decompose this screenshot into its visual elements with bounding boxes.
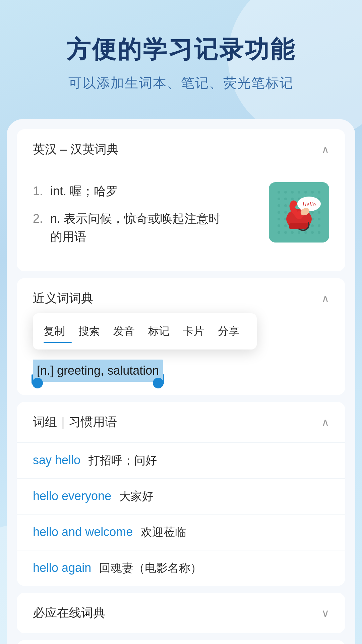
- definition-item-2: 2. n. 表示问候，惊奇或唤起注意时的用语: [33, 210, 261, 246]
- phrase-cn-2: 大家好: [119, 489, 154, 504]
- phrase-item-2[interactable]: hello everyone 大家好: [17, 479, 345, 515]
- context-menu: 复制 搜索 发音 标记 卡片 分享: [33, 313, 257, 350]
- svg-point-8: [278, 198, 280, 200]
- phrases-section-title: 词组｜习惯用语: [33, 414, 117, 430]
- svg-point-1: [278, 191, 280, 194]
- phrase-item-3[interactable]: hello and welcome 欢迎莅临: [17, 515, 345, 550]
- phrase-en-2: hello everyone: [33, 489, 111, 503]
- svg-text:Hello: Hello: [302, 201, 316, 208]
- svg-point-41: [311, 224, 314, 227]
- synonym-chevron-up-icon: ∧: [321, 292, 329, 305]
- context-menu-copy[interactable]: 复制: [44, 321, 72, 341]
- def-num-1: 1.: [33, 182, 46, 200]
- svg-point-4: [298, 191, 300, 194]
- context-menu-share[interactable]: 分享: [211, 321, 246, 341]
- synonym-section-title: 近义词词典: [33, 290, 93, 307]
- svg-point-9: [284, 198, 287, 200]
- phrase-en-4: hello again: [33, 561, 91, 575]
- main-card: 英汉 – 汉英词典 ∧ 1. int. 喔；哈罗 2. n. 表示问候，惊奇或唤…: [7, 119, 355, 644]
- examples-section: 常用例句库 ∨: [17, 640, 345, 644]
- svg-point-5: [304, 191, 307, 194]
- phrases-chevron-up-icon: ∧: [321, 416, 329, 429]
- phrase-cn-3: 欢迎莅临: [141, 525, 186, 540]
- bing-dict-title: 必应在线词典: [33, 605, 105, 621]
- context-menu-card[interactable]: 卡片: [176, 321, 211, 341]
- svg-point-15: [278, 204, 280, 207]
- phrase-cn-4: 回魂妻（电影名称）: [99, 560, 202, 576]
- def-text-2: n. 表示问候，惊奇或唤起注意时的用语: [50, 210, 261, 246]
- svg-point-22: [278, 211, 280, 214]
- text-selection-area: [n.] greeting, salutation: [17, 356, 345, 395]
- svg-point-44: [284, 231, 287, 234]
- svg-point-49: [318, 231, 320, 234]
- definition-text: 1. int. 喔；哈罗 2. n. 表示问候，惊奇或唤起注意时的用语: [33, 182, 261, 255]
- svg-point-42: [318, 224, 320, 227]
- svg-rect-51: [289, 223, 309, 229]
- definition-content: 1. int. 喔；哈罗 2. n. 表示问候，惊奇或唤起注意时的用语: [17, 170, 345, 271]
- hello-illustration: Hello: [269, 182, 329, 243]
- bing-dict-section: 必应在线词典 ∨: [17, 593, 345, 633]
- phrases-section: 词组｜习惯用语 ∧ say hello 打招呼；问好 hello everyon…: [17, 402, 345, 586]
- phrase-cn-1: 打招呼；问好: [88, 453, 157, 468]
- svg-point-47: [304, 231, 307, 234]
- bing-dict-header[interactable]: 必应在线词典 ∨: [17, 593, 345, 633]
- context-menu-search[interactable]: 搜索: [72, 321, 107, 341]
- selection-handle-right: [153, 378, 164, 388]
- svg-point-23: [284, 211, 287, 214]
- svg-point-7: [318, 191, 320, 194]
- svg-point-48: [311, 231, 314, 234]
- def-num-2: 2.: [33, 210, 46, 228]
- selection-container: [n.] greeting, salutation: [33, 360, 163, 382]
- definition-item-1: 1. int. 喔；哈罗: [33, 182, 261, 200]
- svg-point-37: [284, 224, 287, 227]
- svg-point-10: [291, 198, 294, 200]
- page-wrapper: 方便的学习记录功能 可以添加生词本、笔记、荧光笔标记 英汉 – 汉英词典 ∧ 1…: [0, 0, 362, 644]
- selected-text: [n.] greeting, salutation: [33, 360, 163, 382]
- svg-point-16: [284, 204, 287, 207]
- dict-section-header[interactable]: 英汉 – 汉英词典 ∧: [17, 129, 345, 170]
- selection-handle-left: [32, 378, 43, 388]
- synonym-section-header[interactable]: 近义词词典 ∧: [17, 278, 345, 313]
- svg-point-3: [291, 191, 294, 194]
- svg-point-46: [298, 231, 300, 234]
- phrase-en-1: say hello: [33, 453, 80, 467]
- svg-point-2: [284, 191, 287, 194]
- svg-point-27: [311, 211, 314, 214]
- phrase-en-3: hello and welcome: [33, 525, 133, 539]
- synonym-section: 近义词词典 ∧ 复制 搜索 发音 标记 卡片 分享 [n.] greeting,…: [17, 278, 345, 395]
- dict-section: 英汉 – 汉英词典 ∧ 1. int. 喔；哈罗 2. n. 表示问候，惊奇或唤…: [17, 129, 345, 271]
- dict-section-title: 英汉 – 汉英词典: [33, 141, 119, 158]
- svg-point-35: [318, 218, 320, 220]
- dict-chevron-up-icon: ∧: [321, 143, 329, 156]
- svg-point-36: [278, 224, 280, 227]
- svg-point-43: [278, 231, 280, 234]
- context-menu-pronounce[interactable]: 发音: [107, 321, 141, 341]
- svg-point-29: [278, 218, 280, 220]
- header-section: 方便的学习记录功能 可以添加生词本、笔记、荧光笔标记: [0, 0, 362, 112]
- svg-point-28: [318, 211, 320, 214]
- phrase-item-1[interactable]: say hello 打招呼；问好: [17, 443, 345, 479]
- context-menu-mark[interactable]: 标记: [141, 321, 176, 341]
- def-text-1: int. 喔；哈罗: [50, 182, 261, 200]
- phrases-section-header[interactable]: 词组｜习惯用语 ∧: [17, 402, 345, 443]
- svg-point-45: [291, 231, 294, 234]
- phrase-item-4[interactable]: hello again 回魂妻（电影名称）: [17, 550, 345, 586]
- bing-dict-chevron-down-icon: ∨: [321, 607, 329, 620]
- page-subtitle: 可以添加生词本、笔记、荧光笔标记: [27, 74, 335, 92]
- examples-header[interactable]: 常用例句库 ∨: [17, 640, 345, 644]
- svg-point-6: [311, 191, 314, 194]
- page-title: 方便的学习记录功能: [27, 34, 335, 66]
